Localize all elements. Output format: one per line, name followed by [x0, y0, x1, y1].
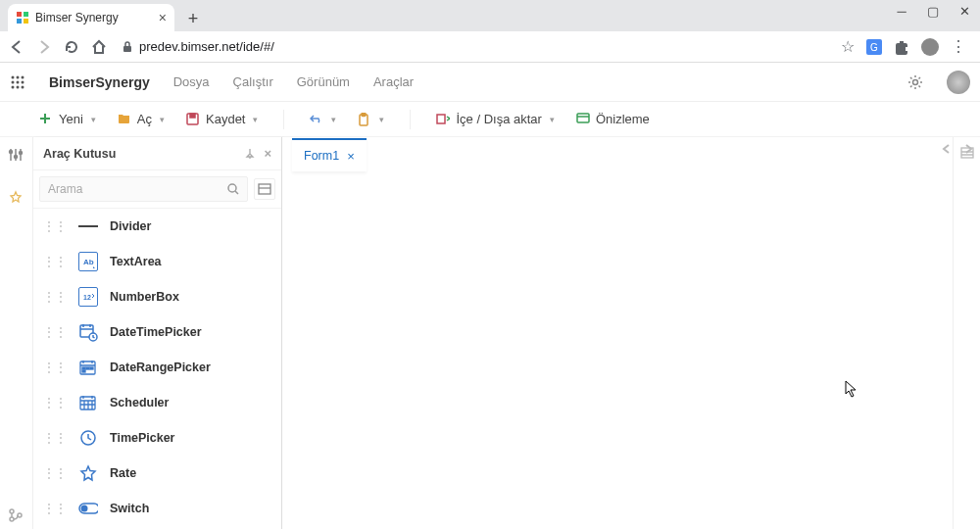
tool-rate[interactable]: ⋮⋮ Rate: [33, 456, 281, 491]
save-icon: [186, 113, 200, 126]
svg-rect-4: [123, 46, 131, 52]
brand-title[interactable]: BimserSynergy: [49, 74, 150, 90]
tool-label: TextArea: [110, 255, 162, 268]
adjust-icon[interactable]: [8, 147, 25, 165]
tool-switch[interactable]: ⋮⋮ Switch: [33, 491, 281, 526]
reload-button[interactable]: [63, 38, 80, 56]
extensions-icon[interactable]: [894, 39, 909, 55]
svg-point-27: [10, 517, 14, 521]
home-button[interactable]: [90, 38, 108, 56]
svg-point-9: [22, 75, 24, 78]
svg-point-23: [9, 151, 12, 154]
canvas-right-rail: [953, 137, 980, 529]
maximize-button[interactable]: ▢: [923, 4, 943, 19]
collapse-all-button[interactable]: [254, 178, 275, 200]
tab-prev-button[interactable]: [941, 143, 953, 155]
settings-gear-icon[interactable]: [907, 74, 923, 90]
menu-tools[interactable]: Araçlar: [373, 74, 414, 89]
url-text: predev.bimser.net/ide/#/: [139, 39, 274, 54]
svg-rect-1: [24, 12, 28, 17]
form-tab[interactable]: Form1 ×: [292, 138, 367, 171]
daterange-icon: [78, 358, 98, 377]
tool-label: DateTimePicker: [110, 325, 202, 339]
new-tab-button[interactable]: +: [180, 6, 206, 31]
clock-icon: [78, 428, 98, 448]
save-button[interactable]: Kaydet ▾: [186, 112, 258, 126]
new-button[interactable]: Yeni ▾: [39, 112, 96, 126]
close-tab-icon[interactable]: ×: [159, 10, 167, 25]
canvas-area: Form1 ×: [282, 137, 980, 529]
caret-down-icon: ▾: [91, 115, 96, 124]
star-outline-icon[interactable]: [8, 190, 25, 208]
svg-point-29: [228, 184, 236, 192]
apps-grid-icon[interactable]: [10, 74, 25, 90]
bookmark-star-icon[interactable]: ☆: [841, 37, 855, 56]
forward-button[interactable]: [35, 38, 53, 56]
open-label: Aç: [137, 112, 152, 126]
svg-rect-37: [82, 367, 85, 369]
caret-down-icon: ▾: [160, 115, 165, 124]
close-sidebar-icon[interactable]: ×: [264, 146, 271, 161]
import-export-icon: [436, 113, 450, 126]
svg-rect-22: [577, 114, 589, 122]
pin-icon[interactable]: [244, 148, 256, 160]
minimize-button[interactable]: ─: [892, 4, 911, 19]
clipboard-icon: [358, 113, 371, 126]
tool-datetimepicker[interactable]: ⋮⋮ DateTimePicker: [33, 314, 281, 350]
svg-point-25: [19, 152, 22, 155]
lock-icon: [122, 41, 133, 53]
translate-extension-icon[interactable]: G: [866, 39, 882, 55]
toolbox-sidebar: Araç Kutusu × Arama ⋮⋮ Divider ⋮⋮ Ab Tex…: [33, 137, 282, 529]
svg-text:Ab: Ab: [83, 258, 94, 266]
close-window-button[interactable]: ✕: [955, 4, 974, 19]
menu-file[interactable]: Dosya: [173, 74, 210, 89]
preview-icon: [576, 113, 590, 126]
caret-down-icon: ▾: [550, 115, 555, 124]
grip-icon: ⋮⋮: [43, 255, 67, 268]
browser-tab[interactable]: Bimser Synergy ×: [8, 4, 174, 31]
toolbox-header: Araç Kutusu ×: [33, 137, 281, 170]
branch-icon[interactable]: [8, 507, 24, 523]
open-button[interactable]: Aç ▾: [118, 112, 165, 126]
undo-button[interactable]: ▾: [310, 113, 336, 126]
import-export-button[interactable]: İçe / Dışa aktar ▾: [436, 112, 554, 126]
caret-down-icon: ▾: [379, 115, 384, 124]
search-icon: [227, 183, 239, 195]
close-form-tab-icon[interactable]: ×: [347, 149, 355, 164]
numberbox-icon: 12: [78, 287, 98, 307]
toolbox-title: Araç Kutusu: [43, 147, 116, 161]
url-box[interactable]: predev.bimser.net/ide/#/: [118, 39, 831, 54]
user-avatar[interactable]: [947, 71, 970, 94]
tool-numberbox[interactable]: ⋮⋮ 12 NumberBox: [33, 279, 281, 314]
tool-scheduler[interactable]: ⋮⋮ Scheduler: [33, 385, 281, 420]
svg-point-24: [14, 156, 17, 159]
tool-divider[interactable]: ⋮⋮ Divider: [33, 209, 281, 244]
paste-button[interactable]: ▾: [358, 113, 384, 126]
browser-tab-title: Bimser Synergy: [35, 11, 153, 24]
svg-rect-46: [961, 148, 973, 158]
back-button[interactable]: [8, 38, 25, 56]
grip-icon: ⋮⋮: [43, 290, 67, 304]
menu-run[interactable]: Çalıştır: [233, 74, 273, 89]
canvas-tab-strip: Form1 ×: [282, 137, 980, 172]
svg-point-7: [12, 75, 15, 78]
star-icon: [78, 463, 98, 483]
address-bar: predev.bimser.net/ide/#/ ☆ G ⋮: [0, 31, 980, 63]
svg-point-15: [22, 85, 24, 88]
caret-down-icon: ▾: [331, 115, 336, 124]
chrome-menu-icon[interactable]: ⋮: [951, 37, 966, 56]
preview-button[interactable]: Önizleme: [576, 112, 650, 126]
panel-toggle-icon[interactable]: [960, 147, 974, 159]
svg-text:12: 12: [83, 294, 91, 301]
tool-textarea[interactable]: ⋮⋮ Ab TextArea: [33, 244, 281, 279]
tool-daterangepicker[interactable]: ⋮⋮ DateRangePicker: [33, 350, 281, 385]
svg-rect-20: [362, 113, 366, 116]
menu-view[interactable]: Görünüm: [297, 74, 350, 89]
grip-icon: ⋮⋮: [43, 431, 67, 445]
profile-avatar-icon[interactable]: [921, 38, 939, 56]
toolbox-search-input[interactable]: Arama: [39, 176, 248, 202]
divider-icon: [78, 216, 98, 236]
svg-rect-38: [86, 367, 89, 369]
tool-timepicker[interactable]: ⋮⋮ TimePicker: [33, 420, 281, 456]
tool-label: Switch: [110, 502, 149, 515]
